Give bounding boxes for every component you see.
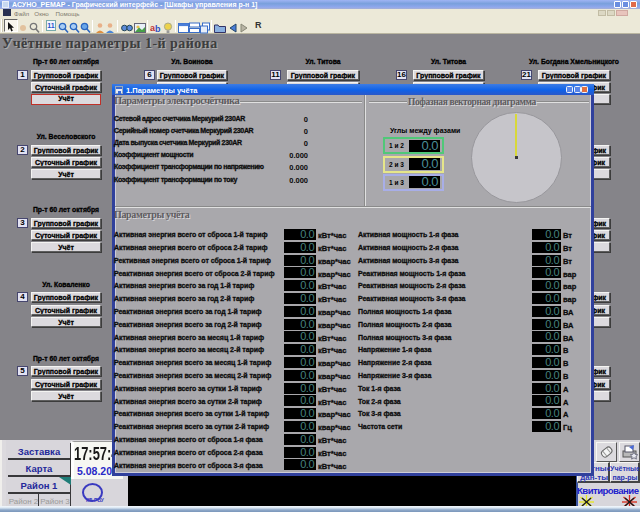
svg-text:b: b bbox=[155, 24, 161, 34]
